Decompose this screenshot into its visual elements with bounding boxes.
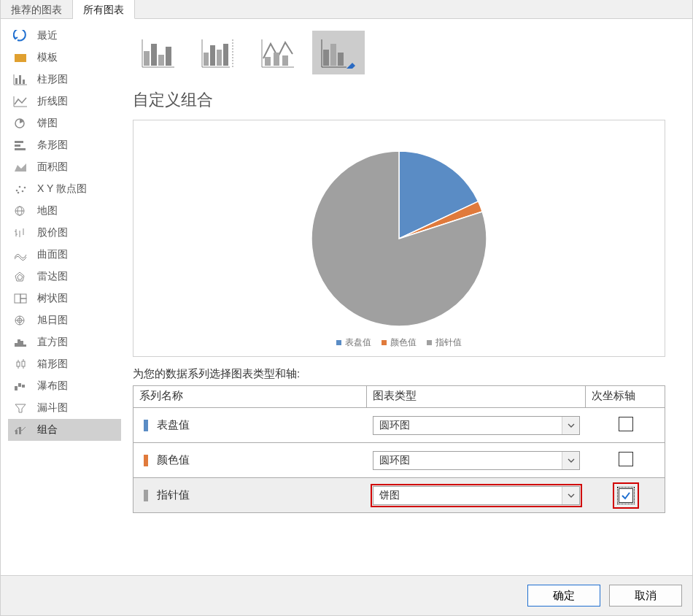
- sidebar-item-combo[interactable]: 组合: [8, 419, 121, 441]
- svg-rect-36: [18, 339, 20, 347]
- section-title: 自定义组合: [133, 89, 681, 111]
- radar-icon: [12, 270, 30, 283]
- secondary-axis-cell: [586, 414, 666, 436]
- series-color-swatch: [144, 420, 148, 431]
- sidebar-item-label: 组合: [37, 423, 58, 436]
- series-row: 颜色值圆环图: [133, 443, 665, 478]
- svg-rect-45: [15, 386, 18, 390]
- svg-rect-42: [22, 361, 25, 366]
- sidebar-item-waterfall[interactable]: 瀑布图: [8, 375, 121, 397]
- series-row: 指针值饼图: [133, 478, 665, 513]
- series-type-cell: 圆环图: [367, 448, 586, 473]
- map-icon: [12, 204, 30, 217]
- line-icon: [12, 95, 30, 108]
- subtype-combo-2[interactable]: [193, 31, 245, 74]
- col-series-name: 系列名称: [133, 386, 367, 407]
- funnel-icon: [12, 401, 30, 415]
- secondary-axis-checkbox[interactable]: [619, 488, 633, 503]
- combo-chart-icon: [260, 36, 297, 69]
- svg-rect-54: [166, 47, 171, 66]
- dropdown-value: 饼图: [379, 489, 400, 502]
- svg-rect-10: [15, 145, 20, 147]
- svg-marker-27: [18, 274, 23, 280]
- svg-point-17: [18, 192, 20, 194]
- subtype-combo-custom[interactable]: [312, 31, 365, 74]
- svg-rect-39: [17, 362, 20, 366]
- pie-icon: [12, 117, 30, 130]
- sidebar-item-histogram[interactable]: 直方图: [8, 331, 121, 353]
- svg-marker-48: [15, 404, 26, 412]
- sidebar-item-stock[interactable]: 股价图: [8, 222, 121, 244]
- surface-icon: [12, 248, 30, 261]
- dropdown-value: 圆环图: [379, 419, 410, 432]
- sidebar-item-sunburst[interactable]: 旭日图: [8, 309, 121, 331]
- sunburst-icon: [12, 314, 30, 327]
- svg-rect-52: [151, 44, 157, 66]
- svg-rect-30: [20, 299, 26, 303]
- svg-rect-64: [265, 57, 271, 66]
- svg-rect-38: [23, 344, 26, 347]
- svg-rect-60: [223, 44, 228, 66]
- series-section-label: 为您的数据系列选择图表类型和轴:: [133, 367, 681, 381]
- series-color-swatch: [144, 490, 148, 501]
- tab-all-charts[interactable]: 所有图表: [73, 0, 135, 19]
- sidebar-item-template[interactable]: 模板: [8, 47, 121, 69]
- sidebar-item-scatter[interactable]: X Y 散点图: [8, 178, 121, 200]
- chart-preview[interactable]: 表盘值颜色值指针值: [133, 120, 665, 357]
- sidebar-item-label: 瀑布图: [37, 380, 68, 393]
- sidebar-item-pie[interactable]: 饼图: [8, 112, 121, 134]
- svg-rect-3: [23, 80, 25, 84]
- sidebar-item-map[interactable]: 地图: [8, 200, 121, 222]
- sidebar-item-recent[interactable]: 最近: [8, 25, 121, 47]
- cancel-button[interactable]: 取消: [609, 585, 682, 607]
- svg-point-14: [19, 186, 21, 188]
- sidebar-item-radar[interactable]: 雷达图: [8, 266, 121, 288]
- legend-item: 表盘值: [336, 336, 371, 349]
- series-name-cell: 表盘值: [133, 415, 367, 435]
- chart-type-dropdown[interactable]: 圆环图: [373, 416, 580, 435]
- treemap-icon: [12, 292, 30, 305]
- svg-rect-69: [323, 50, 329, 66]
- sidebar-item-label: 条形图: [37, 139, 68, 152]
- sidebar-item-treemap[interactable]: 树状图: [8, 288, 121, 309]
- secondary-axis-checkbox[interactable]: [619, 452, 633, 466]
- sidebar-item-label: X Y 散点图: [37, 182, 87, 196]
- sidebar-item-surface[interactable]: 曲面图: [8, 244, 121, 266]
- secondary-axis-cell: [586, 480, 666, 512]
- svg-rect-29: [20, 294, 26, 299]
- sidebar-item-funnel[interactable]: 漏斗图: [8, 397, 121, 419]
- svg-rect-70: [330, 44, 336, 66]
- dialog-footer: 确定 取消: [1, 575, 692, 615]
- sidebar-item-bar[interactable]: 条形图: [8, 134, 121, 156]
- chart-type-dropdown[interactable]: 饼图: [373, 486, 580, 505]
- series-color-swatch: [144, 455, 148, 466]
- combo-custom-icon: [320, 36, 357, 69]
- tab-recommended[interactable]: 推荐的图表: [1, 0, 73, 18]
- secondary-axis-checkbox[interactable]: [619, 417, 633, 431]
- template-icon: [12, 51, 30, 64]
- sidebar-item-column[interactable]: 柱形图: [8, 69, 121, 91]
- series-type-cell: 圆环图: [367, 413, 586, 438]
- chevron-down-icon: [562, 452, 579, 469]
- svg-rect-46: [18, 383, 21, 387]
- svg-rect-2: [19, 75, 21, 84]
- secondary-axis-cell: [586, 449, 666, 471]
- chevron-down-icon: [562, 487, 579, 504]
- sidebar-item-label: 箱形图: [37, 358, 68, 371]
- ok-button[interactable]: 确定: [527, 585, 600, 607]
- sidebar-item-label: 漏斗图: [37, 401, 68, 415]
- sidebar-item-line[interactable]: 折线图: [8, 91, 121, 112]
- chart-type-dropdown[interactable]: 圆环图: [373, 451, 580, 470]
- subtype-combo-1[interactable]: [133, 31, 185, 74]
- svg-rect-59: [217, 50, 222, 66]
- series-name-cell: 颜色值: [133, 450, 367, 470]
- sidebar-item-area[interactable]: 面积图: [8, 156, 121, 178]
- dropdown-value: 圆环图: [379, 454, 410, 467]
- series-row: 表盘值圆环图: [133, 408, 665, 443]
- svg-point-13: [16, 190, 18, 192]
- sidebar-item-label: 雷达图: [37, 270, 68, 283]
- sidebar-item-label: 树状图: [37, 292, 68, 305]
- subtype-combo-3[interactable]: [252, 31, 305, 74]
- svg-rect-71: [338, 53, 344, 66]
- sidebar-item-box[interactable]: 箱形图: [8, 353, 121, 375]
